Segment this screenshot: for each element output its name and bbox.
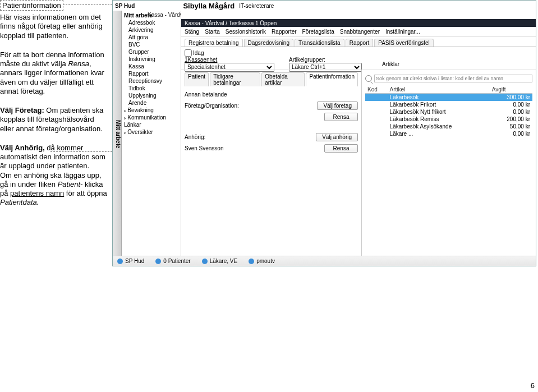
toolbar-snabb[interactable]: Snabbtangenter bbox=[340, 29, 380, 35]
table-row[interactable]: Läkarbesök Frikort0,00 kr bbox=[365, 101, 532, 108]
valj-foretag-button[interactable]: Välj företag bbox=[317, 102, 358, 110]
patient-tabs: Patient Tidigare betalningar Obetalda ar… bbox=[185, 72, 358, 86]
kassa-label: 1Kassaenhet bbox=[185, 57, 286, 63]
grp-label: Artikelgrupper: bbox=[289, 57, 379, 63]
ptab-patientinfo[interactable]: Patientinformation bbox=[306, 72, 358, 86]
annotation-p3: Välj Företag: Om patienten ska kopplas t… bbox=[0, 106, 109, 133]
connector-line bbox=[63, 4, 112, 5]
search-icon bbox=[365, 75, 372, 82]
app-window: SP Hud Sibylla Mågård IT-sekreterare Mit… bbox=[112, 0, 536, 266]
subtab-row: Registrera betalning Dagsredovisning Tra… bbox=[181, 37, 536, 47]
side-menu: Mitt arbete Adressbok Arkivering Att gör… bbox=[122, 11, 181, 256]
table-row[interactable]: Läkarbesök Remiss200,00 kr bbox=[365, 116, 532, 123]
table-row[interactable]: Läkarbesök Asylsökande50,00 kr bbox=[365, 123, 532, 130]
sidebar-item-tidbok[interactable]: Tidbok bbox=[122, 85, 181, 92]
user-name: Sibylla Mågård bbox=[183, 2, 234, 10]
sidebar-group-bevakning[interactable]: Bevakning bbox=[122, 107, 181, 114]
annan-label: Annan betalande bbox=[185, 91, 241, 98]
anhorig-label: Anhörig: bbox=[185, 134, 241, 140]
col-avgift[interactable]: Avgift bbox=[490, 86, 532, 94]
org-name: SP Hud bbox=[115, 3, 135, 9]
toolbar: Stäng Starta Sessionshistorik Rapporter … bbox=[181, 27, 536, 37]
rensa-anhorig-button[interactable]: Rensa bbox=[324, 144, 358, 153]
page-number: 6 bbox=[531, 381, 535, 390]
toolbar-installningar[interactable]: Inställningar... bbox=[385, 29, 420, 35]
status-user: pmoutv bbox=[249, 258, 275, 264]
annotation-p4: Välj Anhörig, då kommer automatiskt den … bbox=[0, 144, 109, 207]
dot-icon bbox=[202, 259, 208, 264]
annotation-p2: För att ta bort denna information måste … bbox=[0, 50, 109, 96]
status-bar: SP Hud 0 Patienter Läkare, VE pmoutv bbox=[113, 256, 536, 266]
dot-icon bbox=[117, 259, 123, 264]
breadcrumb-bar: Kassa - Vårdval / Testkassa 1 Öppen bbox=[181, 19, 536, 27]
annotation-p1: Här visas informationen om det finns någ… bbox=[0, 13, 109, 40]
ptab-obetalda[interactable]: Obetalda artiklar bbox=[261, 72, 305, 86]
sidebar-item-grupper[interactable]: Grupper bbox=[122, 48, 181, 56]
sidebar-item-rapport[interactable]: Rapport bbox=[122, 70, 181, 77]
left-pane: Patient Tidigare betalningar Obetalda ar… bbox=[181, 70, 362, 256]
articles-table: Kod Artikel Avgift Läkarbesök300,00 krLä… bbox=[365, 86, 532, 137]
sidebar-item-attgora[interactable]: Att göra bbox=[122, 34, 181, 41]
right-pane: Kod Artikel Avgift Läkarbesök300,00 krLä… bbox=[362, 70, 536, 256]
status-role: Läkare, VE bbox=[202, 258, 237, 264]
col-artikel[interactable]: Artikel bbox=[388, 86, 490, 94]
tab-pasis[interactable]: PASIS överföringsfel bbox=[374, 39, 434, 47]
sidebar-group-oversikter[interactable]: Översikter bbox=[122, 128, 181, 136]
content-area: Kassa - Vårdval / Testkassa 1 Öppen Stän… bbox=[181, 11, 536, 256]
sidebar-item-inskrivning[interactable]: Inskrivning bbox=[122, 56, 181, 63]
toolbar-rapporter[interactable]: Rapporter bbox=[272, 29, 296, 35]
sidebar-item-arende[interactable]: Ärende bbox=[122, 99, 181, 107]
table-row[interactable]: Läkarbesök Nytt frikort0,00 kr bbox=[365, 108, 532, 116]
sidebar-item-arkivering[interactable]: Arkivering bbox=[122, 26, 181, 34]
main-split: Patient Tidigare betalningar Obetalda ar… bbox=[181, 70, 536, 256]
table-row[interactable]: Läkare ...0,00 kr bbox=[365, 130, 532, 137]
toolbar-sessions[interactable]: Sessionshistorik bbox=[226, 29, 266, 35]
sidebar-item-receptionsvy[interactable]: Receptionsvy bbox=[122, 77, 181, 85]
rensa-foretag-button[interactable]: Rensa bbox=[324, 113, 358, 121]
status-patients: 0 Patienter bbox=[155, 258, 190, 264]
sidebar-item-adressbok[interactable]: Adressbok bbox=[122, 19, 181, 26]
dot-icon bbox=[155, 259, 161, 264]
valj-anhorig-button[interactable]: Välj anhörig bbox=[316, 133, 358, 141]
callout-title: Patientinformation bbox=[0, 0, 63, 11]
sidebar-item-kassa[interactable]: Kassa bbox=[122, 63, 181, 70]
table-row[interactable]: Läkarbesök300,00 kr bbox=[365, 94, 532, 102]
sidebar-group-kommunikation[interactable]: Kommunikation bbox=[122, 114, 181, 121]
status-org: SP Hud bbox=[117, 258, 144, 264]
tab-dagsredo[interactable]: Dagsredovisning bbox=[244, 39, 294, 47]
tab-rapport[interactable]: Rapport bbox=[346, 39, 374, 47]
toolbar-foretagslista[interactable]: Företagslista bbox=[302, 29, 334, 35]
filter-row-2: 1Kassaenhet Specialistenhet Artikelgrupp… bbox=[181, 58, 536, 70]
toolbar-stang[interactable]: Stäng bbox=[185, 29, 199, 35]
article-search-input[interactable] bbox=[374, 75, 532, 82]
connector-line bbox=[50, 151, 112, 152]
app-header: SP Hud Sibylla Mågård IT-sekreterare bbox=[113, 1, 536, 11]
articles-label: Artiklar bbox=[382, 61, 532, 67]
article-search bbox=[365, 75, 532, 82]
anhorig-value: Sven Svensson bbox=[185, 145, 241, 151]
ptab-tidigare[interactable]: Tidigare betalningar bbox=[210, 72, 260, 86]
dot-icon bbox=[249, 259, 254, 264]
foretag-label: Företag/Organisation: bbox=[185, 103, 241, 109]
col-kod[interactable]: Kod bbox=[365, 86, 388, 94]
toolbar-starta[interactable]: Starta bbox=[205, 29, 220, 35]
sidebar-group-lankar[interactable]: Länkar bbox=[122, 121, 181, 128]
sidebar-item-upplysning[interactable]: Upplysning bbox=[122, 92, 181, 99]
annotation-column: Patientinformation Här visas information… bbox=[0, 0, 111, 218]
user-role: IT-sekreterare bbox=[239, 3, 274, 9]
tab-registrera[interactable]: Registrera betalning bbox=[185, 39, 243, 47]
ptab-patient[interactable]: Patient bbox=[185, 72, 209, 86]
side-rail[interactable]: Mitt arbete bbox=[113, 11, 122, 256]
check-idag[interactable]: Idag bbox=[185, 49, 204, 57]
tab-transaktion[interactable]: Transaktionslista bbox=[295, 39, 344, 47]
sidebar-item-bvc[interactable]: BVC bbox=[122, 41, 181, 48]
